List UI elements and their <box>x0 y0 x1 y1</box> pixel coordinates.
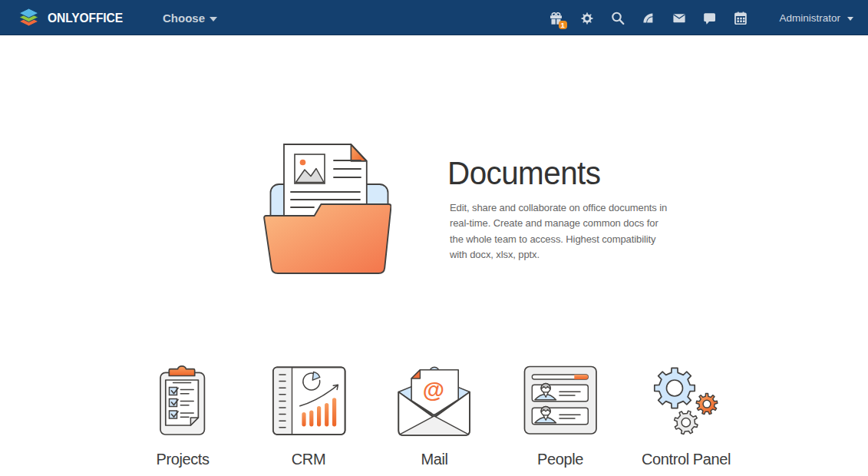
svg-text:@: @ <box>423 378 444 402</box>
